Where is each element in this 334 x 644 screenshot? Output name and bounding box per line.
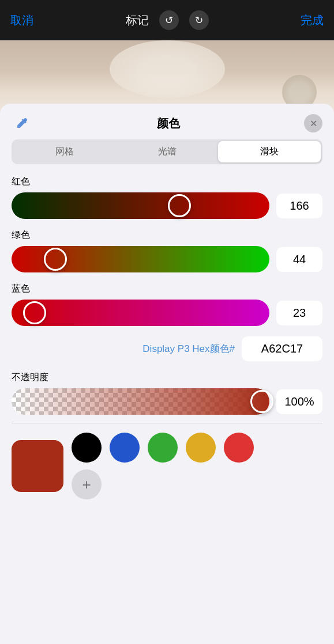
green-slider-track-wrapper[interactable] (12, 246, 269, 272)
opacity-slider-track[interactable] (12, 388, 269, 415)
hex-row: Display P3 Hex颜色# A62C17 (12, 336, 322, 361)
top-bar: 取消 标记 ↺ ↻ 完成 (0, 0, 334, 40)
hex-label: Display P3 Hex颜色# (142, 342, 235, 355)
swatch-blue[interactable] (110, 433, 140, 463)
blue-slider-section: 蓝色 23 (12, 283, 322, 326)
green-slider-track[interactable] (12, 246, 269, 272)
opacity-gradient (12, 388, 269, 415)
undo-button[interactable]: ↺ (159, 10, 179, 30)
markup-title: 标记 (126, 13, 149, 28)
blue-slider-track[interactable] (12, 300, 269, 326)
eyedropper-button[interactable] (12, 113, 32, 134)
panel-header: 颜色 ✕ (12, 104, 322, 139)
red-value-box[interactable]: 166 (276, 194, 322, 218)
blue-slider-track-wrapper[interactable] (12, 300, 269, 326)
swatch-red[interactable] (224, 433, 254, 463)
green-slider-section: 绿色 44 (12, 229, 322, 272)
opacity-value-box[interactable]: 100% (276, 389, 322, 414)
swatches-row-2: + (72, 469, 322, 499)
eyedropper-icon (15, 116, 29, 130)
opacity-slider-track-wrapper[interactable] (12, 388, 269, 415)
top-bar-center: 标记 ↺ ↻ (126, 10, 209, 30)
undo-icon: ↺ (165, 14, 173, 26)
tab-spectrum[interactable]: 光谱 (116, 141, 219, 162)
red-label: 红色 (12, 176, 322, 188)
swatches-grid: + (72, 433, 322, 499)
green-value-box[interactable]: 44 (276, 247, 322, 272)
swatches-area: + (12, 433, 322, 499)
red-slider-track[interactable] (12, 192, 269, 219)
hex-value-box[interactable]: A62C17 (242, 336, 322, 361)
tab-slider[interactable]: 滑块 (218, 141, 321, 162)
tabs-container: 网格 光谱 滑块 (12, 139, 322, 164)
red-slider-row: 166 (12, 192, 322, 219)
color-panel: 颜色 ✕ 网格 光谱 滑块 红色 166 绿色 44 (0, 104, 334, 644)
close-button[interactable]: ✕ (304, 114, 322, 132)
swatch-green[interactable] (148, 433, 178, 463)
swatches-row-1 (72, 433, 322, 463)
divider (12, 423, 322, 423)
green-slider-row: 44 (12, 246, 322, 272)
blue-slider-row: 23 (12, 300, 322, 326)
panel-title: 颜色 (157, 116, 180, 131)
swatch-yellow[interactable] (186, 433, 216, 463)
opacity-slider-row: 100% (12, 388, 322, 415)
photo-decoration-flowers (110, 40, 225, 98)
green-label: 绿色 (12, 229, 322, 241)
opacity-section: 不透明度 100% (12, 372, 322, 415)
red-slider-section: 红色 166 (12, 176, 322, 219)
blue-value-box[interactable]: 23 (276, 301, 322, 325)
done-button[interactable]: 完成 (301, 13, 324, 28)
redo-button[interactable]: ↻ (189, 10, 209, 30)
red-slider-track-wrapper[interactable] (12, 192, 269, 219)
cancel-button[interactable]: 取消 (10, 13, 33, 28)
blue-label: 蓝色 (12, 283, 322, 295)
current-color-swatch (12, 440, 63, 492)
redo-icon: ↻ (195, 14, 203, 26)
opacity-label: 不透明度 (12, 372, 322, 384)
add-swatch-button[interactable]: + (72, 469, 102, 499)
swatch-black[interactable] (72, 433, 102, 463)
tab-grid[interactable]: 网格 (13, 141, 116, 162)
close-icon: ✕ (310, 118, 317, 129)
